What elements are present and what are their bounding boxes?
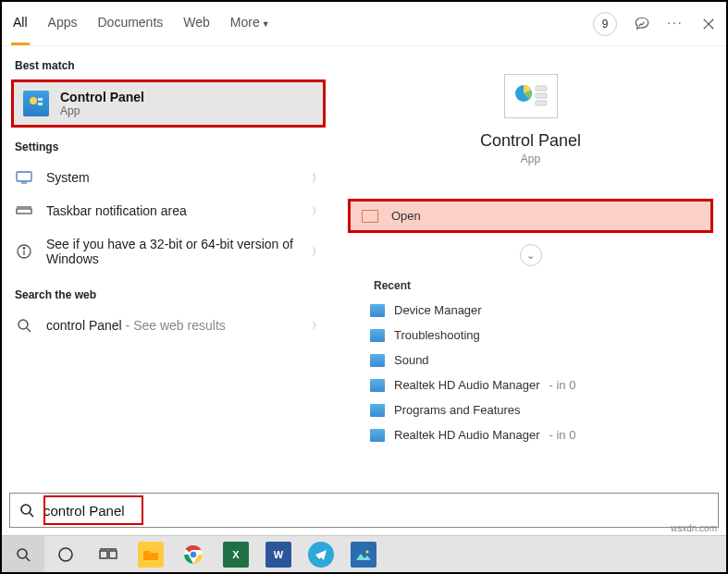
tab-web[interactable]: Web (181, 2, 212, 45)
preview-title: Control Panel (480, 131, 581, 151)
options-icon[interactable]: ··· (667, 16, 684, 32)
svg-point-30 (365, 550, 368, 553)
chevron-right-icon: 〉 (312, 171, 322, 185)
search-box[interactable] (9, 493, 719, 528)
search-icon (10, 503, 43, 518)
chevron-right-icon: 〉 (312, 204, 322, 218)
settings-label: System (46, 170, 299, 185)
taskbar-app-chrome[interactable] (172, 536, 215, 573)
recent-item[interactable]: Troubleshooting (359, 323, 713, 348)
open-icon (362, 210, 378, 223)
recent-item[interactable]: Realtek HD Audio Manager - in 0 (359, 372, 713, 397)
settings-item-taskbar[interactable]: Taskbar notification area 〉 (2, 194, 335, 227)
chevron-down-icon: ⌄ (526, 250, 535, 262)
settings-item-bitness[interactable]: See if you have a 32-bit or 64-bit versi… (2, 227, 335, 275)
settings-label: Taskbar notification area (46, 203, 299, 218)
recent-header: Recent (374, 279, 713, 292)
info-icon (15, 244, 33, 259)
recent-item[interactable]: Device Manager (359, 298, 713, 323)
tab-all[interactable]: All (11, 2, 30, 45)
recent-item[interactable]: Programs and Features (359, 397, 713, 422)
chevron-right-icon: 〉 (312, 245, 322, 259)
recent-item[interactable]: Sound (359, 348, 713, 372)
cpl-icon (370, 404, 385, 417)
svg-point-20 (18, 549, 27, 558)
taskbar-app-explorer[interactable] (130, 536, 172, 573)
svg-point-18 (21, 505, 31, 514)
tab-more[interactable]: More▼ (228, 2, 272, 45)
cpl-icon (370, 379, 385, 392)
recent-list: Device Manager Troubleshooting Sound Rea… (348, 298, 713, 447)
best-match-title: Control Panel (60, 90, 144, 104)
open-button[interactable]: Open (348, 199, 713, 233)
chevron-right-icon: 〉 (312, 319, 322, 333)
watermark: wsxdn.com (671, 523, 717, 533)
scope-tabs: All Apps Documents Web More▼ (11, 2, 272, 45)
cpl-icon (370, 354, 385, 367)
taskbar-icon (15, 206, 33, 215)
search-icon (15, 318, 33, 333)
tab-more-label: More (230, 15, 260, 30)
best-match-item[interactable]: Control Panel App (11, 79, 326, 128)
tab-apps[interactable]: Apps (46, 2, 80, 45)
svg-line-21 (26, 557, 30, 561)
taskbar-cortana-button[interactable] (44, 536, 87, 573)
svg-point-12 (19, 320, 28, 329)
web-header: Search the web (2, 275, 335, 309)
svg-rect-17 (536, 101, 547, 105)
taskbar-app-photos[interactable] (342, 536, 385, 573)
taskbar-search-button[interactable] (2, 536, 44, 573)
chevron-down-icon: ▼ (262, 19, 270, 29)
search-input[interactable] (43, 494, 145, 527)
svg-rect-16 (536, 93, 547, 98)
settings-label: See if you have a 32-bit or 64-bit versi… (46, 237, 299, 266)
preview-subtitle: App (521, 153, 540, 165)
cpl-icon (370, 304, 385, 317)
svg-rect-4 (38, 103, 43, 105)
tab-documents[interactable]: Documents (95, 2, 165, 45)
svg-rect-7 (17, 209, 31, 214)
svg-rect-3 (38, 98, 43, 101)
settings-header: Settings (2, 128, 335, 161)
svg-line-13 (27, 328, 31, 332)
recent-item[interactable]: Realtek HD Audio Manager - in 0 (359, 422, 713, 447)
taskbar-app-excel[interactable]: X (215, 536, 257, 573)
svg-rect-15 (536, 86, 547, 91)
taskbar-app-word[interactable]: W (257, 536, 300, 573)
monitor-icon (15, 171, 33, 184)
svg-point-22 (59, 548, 72, 561)
open-label: Open (391, 209, 421, 223)
svg-point-11 (23, 248, 25, 250)
svg-rect-24 (109, 551, 117, 558)
web-result-label: control Panel - See web results (46, 318, 299, 333)
svg-point-2 (30, 97, 37, 104)
settings-item-system[interactable]: System 〉 (2, 161, 335, 194)
svg-rect-5 (17, 172, 31, 181)
rewards-badge[interactable]: 9 (593, 12, 617, 36)
search-header: All Apps Documents Web More▼ 9 ··· (2, 2, 726, 46)
header-actions: 9 ··· (593, 12, 717, 36)
expand-toggle[interactable]: ⌄ (520, 244, 542, 266)
cpl-icon (370, 429, 385, 442)
taskbar-app-telegram[interactable] (300, 536, 342, 573)
close-icon[interactable] (700, 16, 717, 32)
results-panel: Best match Control Panel App Settings Sy… (2, 46, 335, 496)
best-match-subtitle: App (60, 104, 144, 117)
cpl-icon (370, 329, 385, 342)
control-panel-large-icon (504, 74, 558, 118)
web-result-item[interactable]: control Panel - See web results 〉 (2, 309, 335, 342)
taskbar-taskview-button[interactable] (87, 536, 130, 573)
feedback-icon[interactable] (634, 16, 650, 32)
preview-panel: Control Panel App Open ⌄ Recent Device M… (335, 46, 726, 496)
svg-point-29 (190, 551, 197, 558)
svg-line-19 (30, 513, 33, 517)
taskbar: X W (2, 535, 726, 572)
control-panel-icon (23, 91, 49, 116)
best-match-header: Best match (2, 46, 335, 79)
svg-rect-23 (100, 551, 107, 558)
